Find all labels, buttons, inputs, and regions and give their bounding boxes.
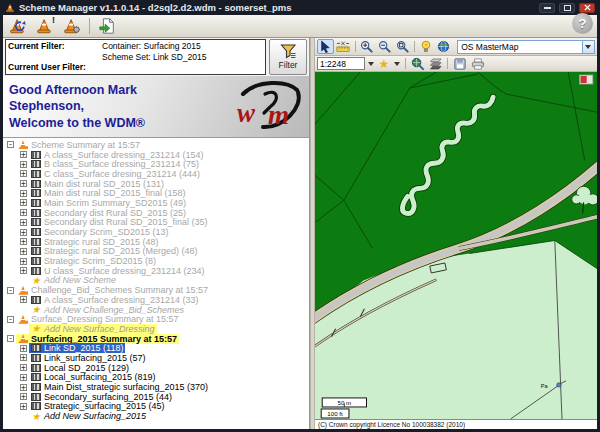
measure-tool-button[interactable] (335, 39, 352, 54)
tree-expander[interactable]: + (20, 393, 27, 400)
favourites-star-button[interactable]: ★ (377, 56, 391, 71)
tree-item[interactable]: - Scheme Summary at 15:57 (5, 140, 309, 150)
tree-item-content[interactable]: Add New Surfacing_2015 (29, 411, 148, 421)
tree-item[interactable]: + Local SD_2015 (129) (5, 363, 309, 373)
tree-expander[interactable]: + (20, 354, 27, 361)
maximize-button[interactable] (559, 3, 575, 13)
layers-button[interactable] (427, 56, 444, 71)
tree-expander[interactable]: - (7, 316, 14, 323)
tree-expander[interactable]: + (20, 345, 27, 352)
tree-item-content[interactable]: Secondary dist Rural SD_2015 (25) (29, 208, 188, 218)
scheme-cone-settings-button[interactable] (60, 16, 84, 37)
tree-item[interactable]: Add New Challenge_Bid_Schemes (5, 305, 309, 315)
tree-item-content[interactable]: Link_surfacing_2015 (57) (29, 353, 148, 363)
tree-item-content[interactable]: Main Scrim Summary_SD2015 (49) (29, 198, 188, 208)
help-button[interactable]: ? (572, 13, 593, 34)
tree-expander[interactable]: + (20, 258, 27, 265)
tree-item-content[interactable]: Scheme Summary at 15:57 (16, 140, 142, 150)
tree-item[interactable]: + B class_Surface dressing_231214 (75) (5, 159, 309, 169)
tree-item-content[interactable]: U class_Surface dressing_231214 (234) (29, 266, 207, 276)
tree-item[interactable]: + A class_Surface dressing_231214 (154) (5, 150, 309, 160)
tree-item-content[interactable]: Main Dist_strategic surfacing_2015 (370) (29, 382, 210, 392)
tree-item[interactable]: + Secondary Scrim_SD2015 (13) (5, 227, 309, 237)
tree-item-content[interactable]: C class_Surface dresing_231214 (444) (29, 169, 202, 179)
close-button[interactable] (579, 3, 595, 13)
tree-expander[interactable]: + (20, 238, 27, 245)
tree-item-content[interactable]: Secondary_surfacing_2015 (44) (29, 392, 174, 402)
zoom-out-button[interactable] (376, 39, 393, 54)
tree-item-content[interactable]: Surfacing_2015 Summary at 15:57 (16, 334, 179, 344)
tree-item-content[interactable]: Add New Challenge_Bid_Schemes (29, 305, 186, 315)
tree-expander[interactable]: + (20, 267, 27, 274)
tree-item-content[interactable]: Strategic Scrim_SD2015 (8) (29, 256, 158, 266)
minimize-button[interactable] (539, 3, 555, 13)
tree-item[interactable]: Add New Surfacing_2015 (5, 411, 309, 421)
tree-item[interactable]: + C class_Surface dresing_231214 (444) (5, 169, 309, 179)
print-button[interactable] (469, 56, 486, 71)
map-canvas[interactable]: Pa 50 m 100 ft (315, 72, 597, 429)
zoom-extent-button[interactable] (394, 39, 411, 54)
tree-item-content[interactable]: Surface_Dressing Summary at 15:57 (16, 314, 181, 324)
tree-expander[interactable]: + (20, 180, 27, 187)
tree-item-content[interactable]: A class_Surface dressing_231214 (33) (29, 295, 201, 305)
tree-expander[interactable]: + (20, 161, 27, 168)
tree-expander[interactable]: + (20, 190, 27, 197)
tree-item[interactable]: + Main Dist_strategic surfacing_2015 (37… (5, 382, 309, 392)
tree-expander[interactable]: + (20, 199, 27, 206)
tree-item-content[interactable]: B class_Surface dressing_231214 (75) (29, 159, 201, 169)
tree-expander[interactable]: + (20, 384, 27, 391)
tree-item[interactable]: + Secondary_surfacing_2015 (44) (5, 392, 309, 402)
tree-item[interactable]: + Strategic rural SD_2015 (48) (5, 237, 309, 247)
tree-item[interactable]: Add New Surface_Dressing (5, 324, 309, 334)
tree-item[interactable]: + A class_Surface dressing_231214 (33) (5, 295, 309, 305)
tree-expander[interactable]: + (20, 374, 27, 381)
tree-expander[interactable]: + (20, 209, 27, 216)
tree-item-content[interactable]: Main dist rural SD_2015 (131) (29, 179, 166, 189)
tree-item[interactable]: - Challenge_Bid_Schemes Summary at 15:57 (5, 285, 309, 295)
tree-expander[interactable]: + (20, 229, 27, 236)
tree-item-content[interactable]: Strategic rural SD_2015 (Merged) (48) (29, 246, 200, 256)
tree-item[interactable]: + Secondary dist Rural SD_2015_final (35… (5, 218, 309, 228)
tree-item[interactable]: - Surfacing_2015 Summary at 15:57 (5, 334, 309, 344)
tree-expander[interactable]: + (20, 151, 27, 158)
tree-item-content[interactable]: Link SD_2015 (118) (29, 343, 125, 353)
tree-item-content[interactable]: Local SD_2015 (129) (29, 363, 131, 373)
zoom-in-button[interactable] (358, 39, 375, 54)
tree-item[interactable]: + Main Scrim Summary_SD2015 (49) (5, 198, 309, 208)
tree-item[interactable]: + Local_surfacing_2015 (819) (5, 373, 309, 383)
overview-dock-icon[interactable] (580, 75, 593, 84)
tree-expander[interactable]: + (20, 248, 27, 255)
tree-item[interactable]: + Link_surfacing_2015 (57) (5, 353, 309, 363)
tree-expander[interactable]: - (7, 141, 14, 148)
globe-layer-button[interactable] (435, 39, 452, 54)
tree-expander[interactable]: - (7, 335, 14, 342)
report-export-button[interactable] (95, 16, 119, 37)
tree-expander[interactable]: - (7, 287, 14, 294)
tree-expander[interactable]: + (20, 296, 27, 303)
tree-item[interactable]: + Strategic rural SD_2015 (Merged) (48) (5, 247, 309, 257)
tree-item-content[interactable]: Secondary Scrim_SD2015 (13) (29, 227, 171, 237)
tree-item[interactable]: + Strategic Scrim_SD2015 (8) (5, 256, 309, 266)
tree-item[interactable]: + Link SD_2015 (118) (5, 343, 309, 353)
tree-item-content[interactable]: A class_Surface dressing_231214 (154) (29, 150, 206, 160)
tree-item[interactable]: + U class_Surface dressing_231214 (234) (5, 266, 309, 276)
tree-item-content[interactable]: Challenge_Bid_Schemes Summary at 15:57 (16, 285, 210, 295)
scheme-cone-refresh-button[interactable] (6, 16, 30, 37)
tree-item-content[interactable]: Strategic rural SD_2015 (48) (29, 237, 161, 247)
tree-item-content[interactable]: Strategic_surfacing_2015 (45) (29, 401, 167, 411)
search-globe-button[interactable] (409, 56, 426, 71)
scheme-cone-alert-button[interactable]: ! (33, 16, 57, 37)
tree-item[interactable]: + Main dist rural SD_2015_final (158) (5, 188, 309, 198)
tree-item-content[interactable]: Main dist rural SD_2015_final (158) (29, 188, 188, 198)
tree-item[interactable]: - Surface_Dressing Summary at 15:57 (5, 314, 309, 324)
tree-expander[interactable]: + (20, 219, 27, 226)
filter-button[interactable]: Filter (269, 39, 307, 75)
tree-item[interactable]: + Strategic_surfacing_2015 (45) (5, 402, 309, 412)
favourites-dropdown-arrow[interactable] (392, 57, 402, 70)
tree-item-content[interactable]: Secondary dist Rural SD_2015_final (35) (29, 217, 210, 227)
tree-item-content[interactable]: Local_surfacing_2015 (819) (29, 372, 158, 382)
chevron-down-icon[interactable] (582, 41, 594, 53)
tree-item[interactable]: + Secondary dist Rural SD_2015 (25) (5, 208, 309, 218)
tree-item-content[interactable]: Add New Scheme (29, 275, 118, 285)
tree-item[interactable]: + Main dist rural SD_2015 (131) (5, 179, 309, 189)
